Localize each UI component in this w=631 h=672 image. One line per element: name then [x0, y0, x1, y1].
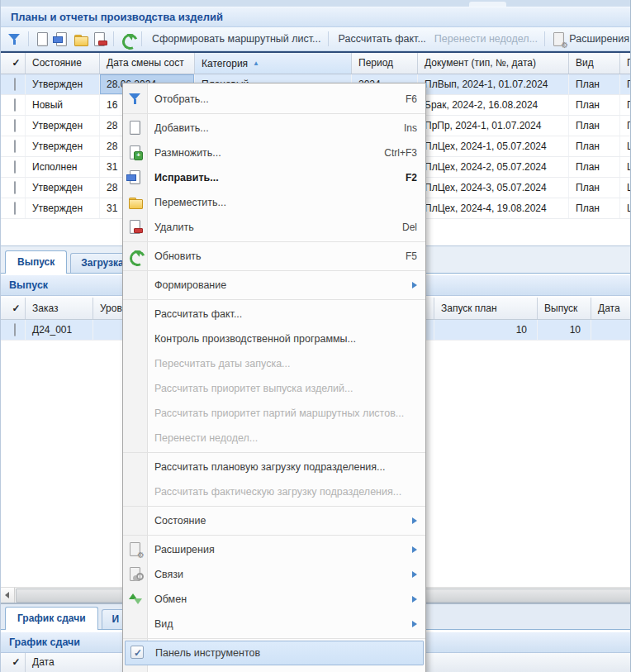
menu-item[interactable]: Удалить Del: [123, 215, 425, 240]
menu-item[interactable]: [123, 241, 425, 242]
cell-launch-plan[interactable]: 10: [434, 320, 538, 340]
cell-kind[interactable]: План: [569, 116, 620, 136]
row-checkbox[interactable]: [14, 98, 16, 112]
cell-document[interactable]: ПрПр, 2024-1, 01.07.2024: [418, 116, 569, 136]
row-checkbox-cell[interactable]: [1, 116, 26, 136]
cell-document[interactable]: ПлЦех, 2024-2, 05.07.2024: [418, 157, 569, 177]
cell-date[interactable]: [591, 320, 631, 340]
cell-document[interactable]: ПлЦех, 2024-4, 19.08.2024: [418, 198, 569, 218]
cell-document[interactable]: ПлЦех, 2024-1, 05.07.2024: [418, 136, 569, 156]
cell-state[interactable]: Утвержден: [26, 178, 100, 198]
cell-kind[interactable]: План: [569, 157, 620, 177]
menu-item[interactable]: Отобрать... F6: [123, 87, 425, 112]
menu-item[interactable]: [123, 506, 425, 507]
cell-department[interactable]: Пр: [620, 95, 631, 115]
cell-kind[interactable]: План: [569, 198, 620, 218]
toolbar-button[interactable]: [544, 31, 545, 46]
toolbar-button[interactable]: [141, 31, 142, 46]
row-checkbox-cell[interactable]: [1, 198, 26, 218]
cell-department[interactable]: Пр: [620, 116, 631, 136]
menu-item[interactable]: Обмен: [123, 587, 425, 612]
toolbar-button[interactable]: Перенести недодел...: [431, 33, 538, 45]
toolbar-button[interactable]: [328, 31, 329, 46]
cell-output[interactable]: 10: [538, 320, 591, 340]
toolbar-button[interactable]: [7, 32, 21, 46]
toolbar-button[interactable]: Сформировать маршрутный лист...: [149, 33, 321, 45]
cell-kind[interactable]: План: [569, 178, 620, 198]
cell-kind[interactable]: План: [569, 136, 620, 156]
cell-department[interactable]: Це: [620, 157, 631, 177]
menu-item[interactable]: [123, 638, 425, 639]
select-all-header[interactable]: ✓: [1, 298, 26, 319]
row-checkbox[interactable]: [14, 78, 16, 91]
column-header-department[interactable]: Пе: [620, 53, 631, 74]
row-checkbox[interactable]: [14, 181, 16, 194]
menu-item[interactable]: Обновить F5: [123, 244, 425, 269]
row-checkbox[interactable]: [14, 323, 16, 336]
toolbar-button[interactable]: [55, 32, 69, 46]
menu-item[interactable]: [123, 299, 425, 300]
cell-department[interactable]: Це: [620, 178, 631, 198]
menu-item[interactable]: Контроль производственной программы...: [123, 326, 425, 351]
menu-item[interactable]: Рассчитать факт...: [123, 302, 425, 326]
menu-item[interactable]: Панель инструментов: [125, 641, 424, 665]
column-header-category[interactable]: Категория▲: [195, 53, 352, 74]
row-checkbox[interactable]: [14, 119, 16, 132]
menu-item[interactable]: [123, 270, 425, 271]
tab[interactable]: Выпуск: [5, 250, 67, 274]
cell-state[interactable]: Утвержден: [26, 74, 100, 94]
select-all-header[interactable]: ✓: [1, 53, 26, 74]
menu-item[interactable]: Исправить... F2: [123, 165, 425, 190]
menu-item[interactable]: Рассчитать приоритет партий маршрутных л…: [123, 401, 425, 426]
cell-kind[interactable]: План: [569, 95, 620, 115]
menu-item[interactable]: Формирование: [123, 273, 425, 298]
menu-item[interactable]: Расширения: [123, 537, 425, 562]
column-header-output[interactable]: Выпуск: [538, 298, 591, 319]
column-header-kind[interactable]: Вид: [569, 53, 620, 74]
column-header-launch-plan[interactable]: Запуск план: [434, 298, 538, 319]
cell-state[interactable]: Утвержден: [26, 136, 100, 156]
column-header-date[interactable]: Дата смены сост: [100, 53, 195, 74]
cell-document[interactable]: Брак, 2024-2, 16.08.2024: [418, 95, 569, 115]
column-header-order[interactable]: Заказ: [26, 298, 93, 319]
menu-item[interactable]: Рассчитать приоритет выпуска изделий...: [123, 376, 425, 401]
menu-item[interactable]: Пересчитать даты запуска...: [123, 351, 425, 376]
toolbar-button[interactable]: [121, 32, 135, 46]
menu-item[interactable]: Перенести недодел...: [123, 426, 425, 450]
select-all-header[interactable]: ✓: [1, 653, 26, 672]
toolbar-button[interactable]: [93, 32, 107, 46]
row-checkbox-cell[interactable]: [1, 178, 26, 198]
row-checkbox-cell[interactable]: [1, 74, 26, 94]
menu-item[interactable]: Связи: [123, 562, 425, 587]
row-checkbox[interactable]: [14, 160, 16, 174]
menu-item[interactable]: Состояние: [123, 508, 425, 533]
toolbar-button[interactable]: Рассчитать факт...: [335, 33, 426, 45]
cell-order[interactable]: Д24_001: [26, 320, 93, 340]
row-checkbox-cell[interactable]: [1, 95, 26, 115]
cell-document[interactable]: ПлВып, 2024-1, 01.07.2024: [418, 74, 569, 94]
menu-item[interactable]: Рассчитать плановую загрузку подразделен…: [123, 455, 425, 479]
menu-item[interactable]: [123, 535, 425, 536]
menu-item[interactable]: Рассчитать фактическую загрузку подразде…: [123, 479, 425, 504]
scroll-left-button[interactable]: [1, 588, 15, 603]
menu-item[interactable]: Добавить... Ins: [123, 116, 425, 141]
toolbar-button[interactable]: [36, 32, 50, 46]
toolbar-button[interactable]: [74, 32, 88, 46]
cell-state[interactable]: Новый: [26, 95, 100, 115]
cell-state[interactable]: Утвержден: [26, 116, 100, 136]
column-header-document[interactable]: Документ (тип, №, дата): [418, 53, 569, 74]
menu-item[interactable]: Размножить... Ctrl+F3: [123, 141, 425, 165]
column-header-date[interactable]: Дата: [591, 298, 631, 319]
row-checkbox[interactable]: [14, 202, 16, 215]
toolbar-button[interactable]: [113, 31, 114, 46]
cell-kind[interactable]: План: [569, 74, 620, 94]
cell-state[interactable]: Исполнен: [26, 157, 100, 177]
menu-item[interactable]: Переместить...: [123, 190, 425, 215]
cell-department[interactable]: Пр: [620, 74, 631, 94]
cell-department[interactable]: Це: [620, 136, 631, 156]
menu-item[interactable]: Вид: [123, 612, 425, 636]
menu-item[interactable]: [123, 452, 425, 453]
row-checkbox-cell[interactable]: [1, 320, 26, 340]
row-checkbox-cell[interactable]: [1, 157, 26, 177]
toolbar-button[interactable]: [28, 31, 29, 46]
